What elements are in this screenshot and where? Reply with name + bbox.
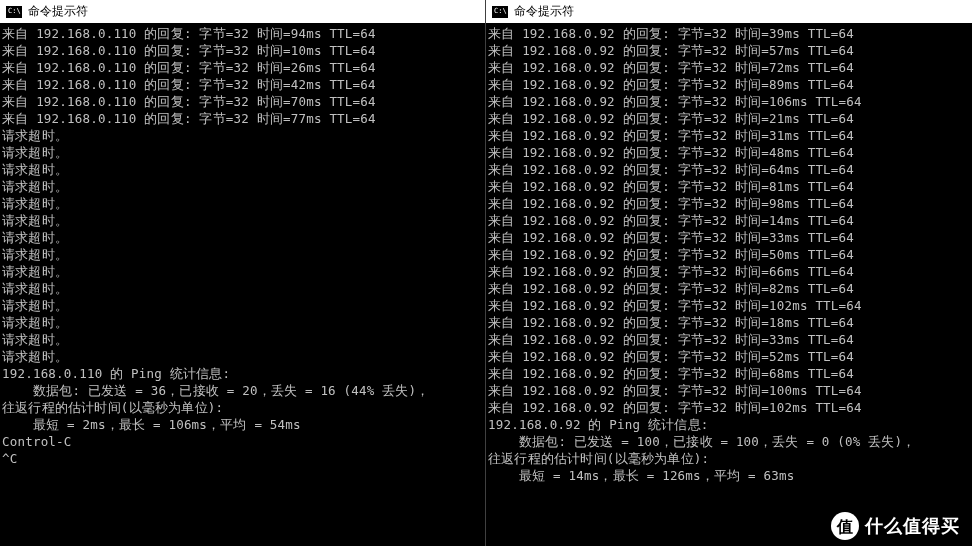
title-bar-right[interactable]: C:\ 命令提示符 [486, 0, 972, 23]
control-c-line: Control-C [2, 433, 484, 450]
ping-reply-line: 来自 192.168.0.110 的回复: 字节=32 时间=77ms TTL=… [2, 110, 484, 127]
ping-timeout-line: 请求超时。 [2, 331, 484, 348]
ping-reply-line: 来自 192.168.0.110 的回复: 字节=32 时间=10ms TTL=… [2, 42, 484, 59]
ping-reply-line: 来自 192.168.0.92 的回复: 字节=32 时间=18ms TTL=6… [488, 314, 970, 331]
ping-reply-line: 来自 192.168.0.92 的回复: 字节=32 时间=52ms TTL=6… [488, 348, 970, 365]
ping-timeout-line: 请求超时。 [2, 263, 484, 280]
terminal-window-right: C:\ 命令提示符 来自 192.168.0.92 的回复: 字节=32 时间=… [486, 0, 972, 546]
ping-reply-line: 来自 192.168.0.92 的回复: 字节=32 时间=82ms TTL=6… [488, 280, 970, 297]
title-bar-left[interactable]: C:\ 命令提示符 [0, 0, 486, 23]
terminal-window-left: C:\ 命令提示符 来自 192.168.0.110 的回复: 字节=32 时间… [0, 0, 486, 546]
cmd-icon: C:\ [492, 6, 508, 18]
ping-reply-line: 来自 192.168.0.92 的回复: 字节=32 时间=81ms TTL=6… [488, 178, 970, 195]
ping-reply-line: 来自 192.168.0.92 的回复: 字节=32 时间=68ms TTL=6… [488, 365, 970, 382]
terminal-output-left[interactable]: 来自 192.168.0.110 的回复: 字节=32 时间=94ms TTL=… [0, 23, 486, 469]
ping-reply-line: 来自 192.168.0.92 的回复: 字节=32 时间=31ms TTL=6… [488, 127, 970, 144]
stats-rtt-header: 往返行程的估计时间(以毫秒为单位): [488, 450, 970, 467]
caret-c-line: ^C [2, 450, 484, 467]
ping-timeout-line: 请求超时。 [2, 229, 484, 246]
ping-reply-line: 来自 192.168.0.92 的回复: 字节=32 时间=39ms TTL=6… [488, 25, 970, 42]
ping-reply-line: 来自 192.168.0.92 的回复: 字节=32 时间=21ms TTL=6… [488, 110, 970, 127]
ping-timeout-line: 请求超时。 [2, 195, 484, 212]
ping-reply-line: 来自 192.168.0.92 的回复: 字节=32 时间=72ms TTL=6… [488, 59, 970, 76]
ping-reply-line: 来自 192.168.0.92 的回复: 字节=32 时间=102ms TTL=… [488, 399, 970, 416]
watermark-text: 什么值得买 [865, 518, 960, 535]
terminal-output-right[interactable]: 来自 192.168.0.92 的回复: 字节=32 时间=39ms TTL=6… [486, 23, 972, 486]
stats-packets: 数据包: 已发送 = 100，已接收 = 100，丢失 = 0 (0% 丢失)， [488, 433, 970, 450]
watermark-badge-icon: 值 [831, 512, 859, 540]
ping-timeout-line: 请求超时。 [2, 280, 484, 297]
ping-reply-line: 来自 192.168.0.92 的回复: 字节=32 时间=98ms TTL=6… [488, 195, 970, 212]
ping-reply-line: 来自 192.168.0.92 的回复: 字节=32 时间=89ms TTL=6… [488, 76, 970, 93]
ping-reply-line: 来自 192.168.0.92 的回复: 字节=32 时间=106ms TTL=… [488, 93, 970, 110]
ping-reply-line: 来自 192.168.0.92 的回复: 字节=32 时间=100ms TTL=… [488, 382, 970, 399]
ping-reply-line: 来自 192.168.0.110 的回复: 字节=32 时间=42ms TTL=… [2, 76, 484, 93]
ping-reply-line: 来自 192.168.0.92 的回复: 字节=32 时间=33ms TTL=6… [488, 331, 970, 348]
ping-reply-line: 来自 192.168.0.110 的回复: 字节=32 时间=26ms TTL=… [2, 59, 484, 76]
ping-reply-line: 来自 192.168.0.92 的回复: 字节=32 时间=33ms TTL=6… [488, 229, 970, 246]
ping-reply-line: 来自 192.168.0.110 的回复: 字节=32 时间=70ms TTL=… [2, 93, 484, 110]
ping-timeout-line: 请求超时。 [2, 178, 484, 195]
ping-reply-line: 来自 192.168.0.92 的回复: 字节=32 时间=64ms TTL=6… [488, 161, 970, 178]
watermark: 值 什么值得买 [831, 512, 960, 540]
ping-reply-line: 来自 192.168.0.92 的回复: 字节=32 时间=14ms TTL=6… [488, 212, 970, 229]
ping-reply-line: 来自 192.168.0.92 的回复: 字节=32 时间=66ms TTL=6… [488, 263, 970, 280]
ping-reply-line: 来自 192.168.0.92 的回复: 字节=32 时间=50ms TTL=6… [488, 246, 970, 263]
ping-timeout-line: 请求超时。 [2, 161, 484, 178]
stats-rtt: 最短 = 14ms，最长 = 126ms，平均 = 63ms [488, 467, 970, 484]
window-title-left: 命令提示符 [28, 3, 88, 20]
stats-header: 192.168.0.110 的 Ping 统计信息: [2, 365, 484, 382]
stats-rtt: 最短 = 2ms，最长 = 106ms，平均 = 54ms [2, 416, 484, 433]
ping-reply-line: 来自 192.168.0.110 的回复: 字节=32 时间=94ms TTL=… [2, 25, 484, 42]
ping-timeout-line: 请求超时。 [2, 212, 484, 229]
ping-timeout-line: 请求超时。 [2, 348, 484, 365]
ping-timeout-line: 请求超时。 [2, 314, 484, 331]
ping-timeout-line: 请求超时。 [2, 127, 484, 144]
ping-reply-line: 来自 192.168.0.92 的回复: 字节=32 时间=57ms TTL=6… [488, 42, 970, 59]
ping-timeout-line: 请求超时。 [2, 144, 484, 161]
ping-timeout-line: 请求超时。 [2, 246, 484, 263]
stats-rtt-header: 往返行程的估计时间(以毫秒为单位): [2, 399, 484, 416]
stats-header: 192.168.0.92 的 Ping 统计信息: [488, 416, 970, 433]
ping-reply-line: 来自 192.168.0.92 的回复: 字节=32 时间=102ms TTL=… [488, 297, 970, 314]
cmd-icon: C:\ [6, 6, 22, 18]
ping-reply-line: 来自 192.168.0.92 的回复: 字节=32 时间=48ms TTL=6… [488, 144, 970, 161]
ping-timeout-line: 请求超时。 [2, 297, 484, 314]
window-title-right: 命令提示符 [514, 3, 574, 20]
stats-packets: 数据包: 已发送 = 36，已接收 = 20，丢失 = 16 (44% 丢失)， [2, 382, 484, 399]
